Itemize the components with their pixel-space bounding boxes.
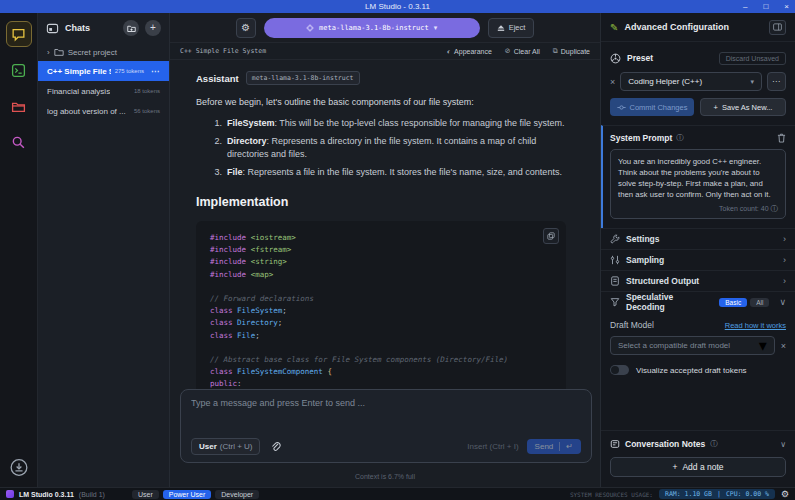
settings-gear-button[interactable]: ⚙ — [781, 490, 789, 499]
download-icon — [9, 458, 28, 477]
duplicate-icon: ⧉ — [553, 47, 558, 55]
message-composer: User (Ctrl + U) Insert (Ctrl + I) Send ↵ — [180, 389, 592, 463]
system-prompt-section: System Prompt ⓘ You are an incredibly go… — [601, 125, 795, 228]
delete-prompt-button[interactable] — [777, 133, 786, 143]
chat-token-count: 56 tokens — [134, 108, 160, 114]
clear-all-button[interactable]: ⊘ Clear All — [505, 47, 540, 55]
wrench-icon — [610, 234, 620, 244]
role-toggle-button[interactable]: User (Ctrl + U) — [191, 438, 260, 455]
clear-preset-icon[interactable]: × — [610, 77, 615, 87]
list-term: FileSystem — [227, 118, 275, 128]
token-count-value: Token count: 40 — [719, 205, 768, 212]
toggle-knob — [611, 366, 619, 374]
preset-label: Preset — [627, 53, 713, 63]
section-label: Sampling — [626, 255, 777, 265]
appearance-label: Appearance — [454, 48, 492, 55]
conversation-actions: ◐ Appearance ⊘ Clear All ⧉ Duplicate — [447, 47, 590, 55]
message-paragraph: Before we begin, let's outline the basic… — [196, 97, 574, 107]
read-how-it-works-link[interactable]: Read how it works — [725, 321, 786, 330]
message-ordered-list: 1. FileSystem: This will be the top-leve… — [206, 117, 574, 179]
plus-icon: + — [672, 462, 677, 472]
preset-row: Preset Discard Unsaved — [601, 46, 795, 70]
chevron-right-icon: › — [783, 276, 786, 286]
folder-icon — [54, 47, 64, 57]
maximize-button[interactable]: □ — [763, 0, 768, 13]
downloads-button[interactable] — [9, 458, 28, 477]
new-folder-button[interactable] — [123, 20, 139, 36]
system-prompt-editor[interactable]: You are an incredibly good C++ engineer.… — [610, 149, 786, 219]
nav-discover-tab[interactable] — [6, 129, 32, 155]
eject-label: Eject — [509, 23, 526, 32]
collapse-panel-button[interactable] — [769, 20, 786, 35]
visualize-toggle[interactable] — [610, 365, 629, 375]
nav-models-tab[interactable] — [6, 93, 32, 119]
chat-item[interactable]: Financial analysis 18 tokens — [38, 81, 169, 101]
notes-header[interactable]: Conversation Notes ⓘ ∨ — [610, 439, 786, 449]
duplicate-button[interactable]: ⧉ Duplicate — [553, 47, 590, 55]
message-input[interactable] — [191, 398, 581, 438]
chevron-right-icon: › — [783, 255, 786, 265]
chat-list-header: Chats + — [38, 13, 169, 43]
lmstudio-logo-icon — [6, 490, 14, 498]
advanced-config-panel: ✎ Advanced Configuration Preset Discard … — [600, 13, 795, 487]
chat-item-selected[interactable]: C++ Simple File System 275 tokens ⋯ — [38, 61, 169, 81]
mode-user-button[interactable]: User — [132, 490, 159, 499]
mode-power-user-button[interactable]: Power User — [163, 490, 212, 499]
preset-more-button[interactable]: ⋯ — [767, 72, 786, 91]
draft-select-row: Select a compatible draft model ▾ × — [610, 336, 786, 355]
token-count-label: Token count: 40 ⓘ — [618, 204, 778, 214]
section-sampling[interactable]: Sampling › — [601, 249, 795, 270]
mode-basic-pill[interactable]: Basic — [719, 298, 747, 307]
status-bar-right: SYSTEM RESOURCES USAGE: RAM: 1.10 GB | C… — [570, 489, 789, 499]
context-usage-label: Context is 6.7% full — [170, 473, 600, 480]
new-chat-button[interactable]: + — [145, 20, 161, 36]
chat-folder-secret-project[interactable]: › Secret project — [38, 43, 169, 61]
minimize-button[interactable]: – — [743, 0, 747, 13]
conversation-notes-section: Conversation Notes ⓘ ∨ + Add a note — [601, 430, 795, 487]
commit-changes-label: Commit Changes — [630, 103, 688, 112]
discard-unsaved-button[interactable]: Discard Unsaved — [719, 52, 786, 65]
draft-model-select[interactable]: Select a compatible draft model ▾ — [610, 336, 775, 355]
chat-item[interactable]: log about version of ... 56 tokens — [38, 101, 169, 121]
build-label: (Build 1) — [79, 491, 105, 498]
send-button[interactable]: Send ↵ — [527, 439, 581, 454]
chat-list-panel: Chats + › Secret project C++ Simple File… — [38, 13, 170, 487]
section-structured-output[interactable]: Structured Output › — [601, 270, 795, 291]
chats-title: Chats — [65, 23, 117, 33]
chat-title: C++ Simple File System — [47, 67, 111, 76]
conversation-header: C++ Simple File System ◐ Appearance ⊘ Cl… — [170, 43, 600, 60]
document-icon — [610, 276, 620, 286]
loaded-model-selector[interactable]: meta-llama-3.1-8b-instruct ▾ — [264, 18, 480, 38]
section-settings[interactable]: Settings › — [601, 228, 795, 249]
appearance-button[interactable]: ◐ Appearance — [447, 47, 492, 55]
ram-usage: RAM: 1.10 GB — [665, 490, 712, 498]
spec-decoding-mode-toggle[interactable]: Basic All — [719, 298, 769, 307]
clear-draft-icon[interactable]: × — [781, 341, 786, 351]
clear-all-label: Clear All — [514, 48, 540, 55]
ellipsis-icon: ⋯ — [772, 77, 781, 86]
preset-select[interactable]: Coding Helper (C++) ▾ — [620, 72, 762, 91]
copy-code-button[interactable] — [543, 228, 559, 244]
mode-all-pill[interactable]: All — [750, 298, 769, 307]
visualize-toggle-row: Visualize accepted draft tokens — [610, 365, 786, 375]
message-model-badge: meta-llama-3.1-8b-instruct — [246, 71, 360, 85]
model-settings-button[interactable]: ⚙ — [236, 18, 256, 38]
eject-model-button[interactable]: Eject — [488, 18, 535, 38]
resources-usage-pill[interactable]: RAM: 1.10 GB | CPU: 0.00 % — [659, 489, 775, 499]
nav-chat-tab[interactable] — [6, 21, 32, 47]
nav-developer-tab[interactable] — [6, 57, 32, 83]
preset-actions: Commit Changes + Save As New... — [601, 98, 795, 116]
commit-changes-button[interactable]: Commit Changes — [610, 98, 694, 116]
gear-icon: ⚙ — [241, 22, 250, 33]
draft-model-placeholder: Select a compatible draft model — [618, 341, 759, 350]
close-button[interactable]: × — [784, 0, 789, 13]
folder-plus-icon — [127, 24, 136, 33]
attach-file-button[interactable] — [268, 439, 283, 454]
save-as-new-button[interactable]: + Save As New... — [700, 98, 786, 116]
chat-more-icon[interactable]: ⋯ — [151, 67, 160, 76]
section-speculative-decoding[interactable]: Speculative Decoding Basic All ∨ — [601, 291, 795, 312]
sliders-icon — [610, 255, 620, 265]
config-title: Advanced Configuration — [624, 22, 763, 32]
mode-developer-button[interactable]: Developer — [215, 490, 259, 499]
add-note-button[interactable]: + Add a note — [610, 457, 786, 477]
